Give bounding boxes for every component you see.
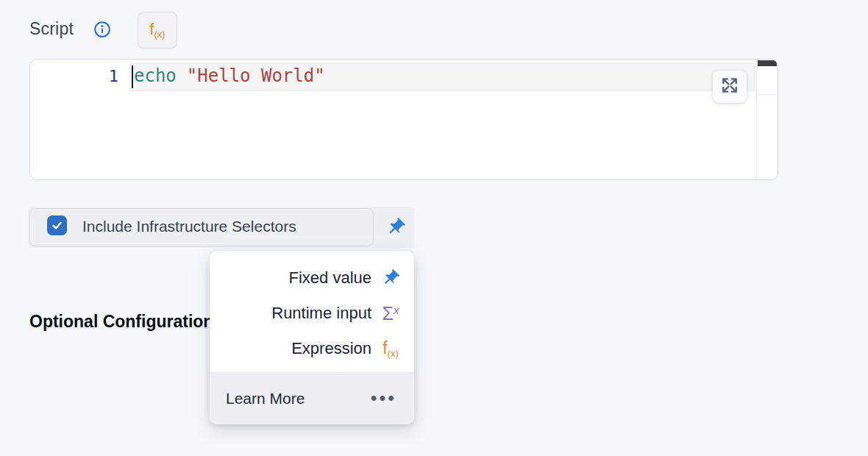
code-line[interactable]: echo"Hello World": [134, 65, 325, 86]
line-number: 1: [30, 67, 118, 85]
expression-fx-button[interactable]: f(x): [138, 12, 177, 49]
menu-footer: Learn More •••: [210, 372, 414, 424]
optional-configuration-heading: Optional Configuration: [29, 312, 213, 332]
text-cursor: [132, 65, 133, 88]
script-code-editor[interactable]: 1 echo"Hello World": [29, 59, 778, 180]
menu-item-list: Fixed value Runtime input Σx Expression …: [210, 251, 414, 372]
code-string: "Hello World": [187, 65, 325, 86]
menu-item-expression[interactable]: Expression f(x): [210, 331, 414, 366]
scrollbar-annotation: [758, 66, 777, 95]
pin-icon[interactable]: [385, 217, 406, 238]
menu-item-fixed-value[interactable]: Fixed value: [210, 260, 414, 296]
script-field-label: Script: [29, 19, 74, 39]
scrollbar-thumb[interactable]: [758, 60, 777, 66]
expand-editor-button[interactable]: [713, 71, 747, 103]
menu-item-runtime-input[interactable]: Runtime input Σx: [210, 296, 414, 331]
code-keyword: echo: [134, 65, 177, 86]
include-infrastructure-selectors-checkbox[interactable]: [47, 215, 67, 235]
pin-icon: [380, 268, 401, 288]
checkmark-icon: [51, 219, 63, 232]
more-options-dots-icon[interactable]: •••: [371, 389, 396, 407]
fx-icon: f(x): [380, 340, 401, 358]
expand-icon: [720, 76, 739, 98]
info-icon[interactable]: [93, 21, 111, 38]
learn-more-link[interactable]: Learn More: [226, 390, 305, 407]
checkbox-label: Include Infrastructure Selectors: [82, 218, 296, 235]
include-infrastructure-selectors-row[interactable]: Include Infrastructure Selectors: [28, 207, 414, 248]
menu-item-label: Fixed value: [288, 268, 371, 288]
fx-icon: f(x): [149, 21, 165, 39]
value-type-menu: Fixed value Runtime input Σx Expression …: [210, 251, 414, 424]
sigma-icon: Σx: [380, 304, 401, 323]
menu-item-label: Expression: [291, 339, 371, 358]
editor-scrollbar[interactable]: [756, 60, 778, 179]
menu-item-label: Runtime input: [271, 304, 371, 323]
